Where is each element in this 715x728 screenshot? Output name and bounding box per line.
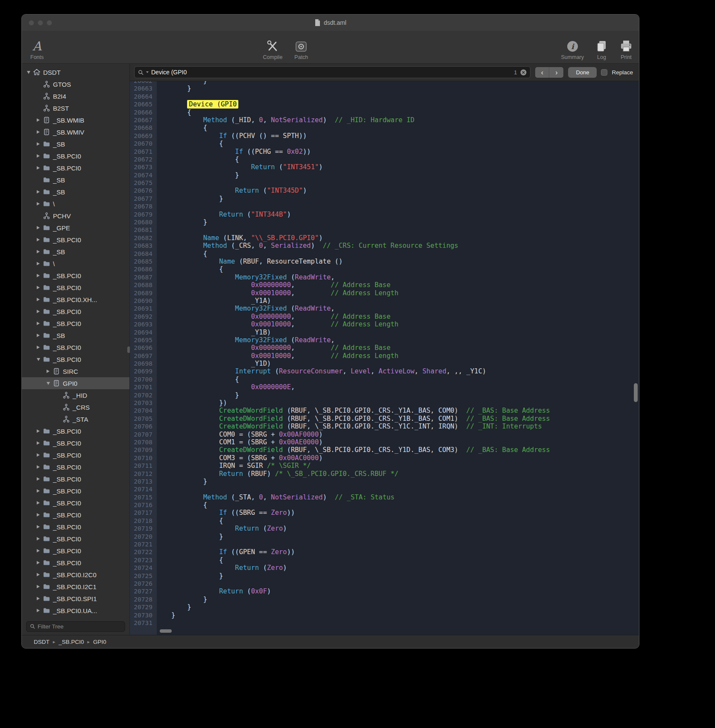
- code-text[interactable]: If ((PCHV () == SPTH)): [157, 132, 307, 140]
- tree-item-gpe[interactable]: _GPE: [22, 222, 129, 234]
- tree-item-sbpci0[interactable]: _SB.PCI0: [22, 533, 129, 545]
- code-text[interactable]: }: [157, 572, 223, 580]
- disclosure-triangle[interactable]: [35, 560, 41, 566]
- code-text[interactable]: 0x00010000, // Address Length: [157, 320, 399, 328]
- disclosure-triangle[interactable]: [35, 464, 41, 470]
- tree-item-sbpci0i2c0[interactable]: _SB.PCI0.I2C0: [22, 569, 129, 581]
- tree-item-sbpci0[interactable]: _SB.PCI0: [22, 509, 129, 521]
- breadcrumb-item-sb-pci0[interactable]: _SB.PCI0: [59, 639, 84, 645]
- tree-item-sbpci0[interactable]: _SB.PCI0: [22, 473, 129, 485]
- code-text[interactable]: 0x00000000, // Address Base: [157, 313, 390, 320]
- disclosure-triangle[interactable]: [35, 500, 41, 506]
- breadcrumb-item-dsdt[interactable]: DSDT: [34, 639, 50, 645]
- code-text[interactable]: Return ("INT344B"): [157, 211, 291, 218]
- code-text[interactable]: 0x00000000, // Address Base: [157, 281, 390, 289]
- code-text[interactable]: [157, 580, 171, 587]
- code-text[interactable]: [157, 540, 171, 548]
- tree-item-backslash[interactable]: \: [22, 198, 129, 210]
- code-text[interactable]: If ((GPEN == Zero)): [157, 548, 295, 556]
- code-text[interactable]: 0x00010000, // Address Length: [157, 352, 399, 360]
- tree-item-gtos[interactable]: GTOS: [22, 78, 129, 90]
- code-text[interactable]: }: [157, 533, 223, 540]
- code-text[interactable]: {: [157, 376, 239, 383]
- horizontal-scrollbar[interactable]: [160, 629, 172, 633]
- tree-item-pchv[interactable]: PCHV: [22, 210, 129, 222]
- code-text[interactable]: [157, 619, 171, 627]
- code-text[interactable]: Method (_CRS, 0, Serialized) // _CRS: Cu…: [157, 242, 458, 250]
- disclosure-triangle[interactable]: [35, 512, 41, 518]
- tree-item-sb[interactable]: _SB: [22, 329, 129, 341]
- disclosure-triangle[interactable]: [35, 572, 41, 578]
- code-text[interactable]: Interrupt (ResourceConsumer, Level, Acti…: [157, 367, 486, 375]
- disclosure-triangle[interactable]: [35, 141, 41, 147]
- tree-item-sbpci0[interactable]: _SB.PCI0: [22, 162, 129, 174]
- code-text[interactable]: [157, 226, 171, 234]
- tree-item-sb[interactable]: _SB: [22, 186, 129, 198]
- code-text[interactable]: Name (LINK, "\\_SB.PCI0.GPI0"): [157, 234, 323, 242]
- code-text[interactable]: {: [157, 265, 223, 273]
- code-text[interactable]: }: [157, 171, 239, 179]
- disclosure-triangle[interactable]: [35, 320, 41, 326]
- code-text[interactable]: COM0 = (SBRG + 0x00AF0000): [157, 431, 323, 438]
- code-text[interactable]: }: [157, 85, 191, 92]
- disclosure-triangle[interactable]: [35, 165, 41, 171]
- code-text[interactable]: If ((PCHG == 0x02)): [157, 148, 311, 156]
- code-text[interactable]: }: [157, 611, 175, 619]
- zoom-button[interactable]: [47, 20, 52, 26]
- disclosure-triangle[interactable]: [35, 524, 41, 530]
- tree-item-sbpci0[interactable]: _SB.PCI0: [22, 234, 129, 246]
- tree-item-gpi0[interactable]: GPI0: [22, 377, 129, 389]
- code-text[interactable]: }: [157, 195, 223, 203]
- minimize-button[interactable]: [38, 20, 43, 26]
- code-text[interactable]: Memory32Fixed (ReadWrite,: [157, 273, 335, 281]
- code-text[interactable]: CreateDWordField (RBUF, \_SB.PCI0.GPI0._…: [157, 415, 550, 423]
- tree-item-sbpci0[interactable]: _SB.PCI0: [22, 497, 129, 509]
- tree-item-sbpci0[interactable]: _SB.PCI0: [22, 545, 129, 557]
- code-text[interactable]: [157, 485, 171, 493]
- tree-item-sbpci0[interactable]: _SB.PCI0: [22, 461, 129, 473]
- disclosure-triangle[interactable]: [35, 285, 41, 291]
- disclosure-triangle[interactable]: [35, 356, 41, 362]
- close-button[interactable]: [29, 20, 34, 26]
- disclosure-triangle[interactable]: [35, 440, 41, 446]
- tree-item-hid[interactable]: _HID: [22, 389, 129, 401]
- tree-item-b2i4[interactable]: B2I4: [22, 90, 129, 102]
- code-text[interactable]: _Y1A): [157, 297, 271, 305]
- tree-item-sbpci0[interactable]: _SB.PCI0: [22, 341, 129, 353]
- clear-search-icon[interactable]: [520, 69, 527, 76]
- disclosure-triangle[interactable]: [35, 308, 41, 314]
- code-text[interactable]: [157, 93, 171, 100]
- search-options-chevron-icon[interactable]: [146, 71, 149, 73]
- disclosure-triangle[interactable]: [35, 296, 41, 302]
- find-next-button[interactable]: ›: [549, 67, 563, 78]
- disclosure-triangle[interactable]: [35, 332, 41, 338]
- tree-item-sbpci0[interactable]: _SB.PCI0: [22, 485, 129, 497]
- tree-item-sbpci0[interactable]: _SB.PCI0: [22, 270, 129, 282]
- tree-item-sbwmib[interactable]: _SB.WMIB: [22, 114, 129, 126]
- tree-item-backslash[interactable]: \: [22, 258, 129, 270]
- disclosure-triangle[interactable]: [35, 536, 41, 542]
- done-button[interactable]: Done: [568, 67, 597, 78]
- disclosure-triangle[interactable]: [35, 249, 41, 255]
- code-text[interactable]: 0x0000000E,: [157, 383, 295, 391]
- tree-item-sbpci0[interactable]: _SB.PCI0: [22, 437, 129, 449]
- tree-item-sbpci0[interactable]: _SB.PCI0: [22, 521, 129, 533]
- disclosure-triangle[interactable]: [35, 428, 41, 434]
- code-text[interactable]: {: [157, 517, 223, 525]
- tree-item-sbpci0[interactable]: _SB.PCI0: [22, 282, 129, 294]
- tree-item-sirc[interactable]: SIRC: [22, 365, 129, 377]
- code-text[interactable]: COM1 = (SBRG + 0x00AE0000): [157, 438, 323, 446]
- disclosure-triangle[interactable]: [35, 584, 41, 590]
- code-text[interactable]: COM3 = (SBRG + 0x00AC0000): [157, 454, 323, 462]
- code-text[interactable]: Name (RBUF, ResourceTemplate (): [157, 258, 343, 265]
- code-text[interactable]: Memory32Fixed (ReadWrite,: [157, 305, 335, 312]
- tree-item-sbpci0[interactable]: _SB.PCI0: [22, 557, 129, 569]
- code-text[interactable]: [157, 203, 171, 210]
- code-text[interactable]: }): [157, 399, 227, 407]
- code-text[interactable]: [157, 179, 171, 187]
- disclosure-triangle[interactable]: [35, 273, 41, 279]
- disclosure-triangle[interactable]: [35, 452, 41, 458]
- code-text[interactable]: Method (_STA, 0, NotSerialized) // _STA:…: [157, 493, 395, 501]
- code-text[interactable]: {: [157, 140, 223, 147]
- code-text[interactable]: Memory32Fixed (ReadWrite,: [157, 336, 335, 344]
